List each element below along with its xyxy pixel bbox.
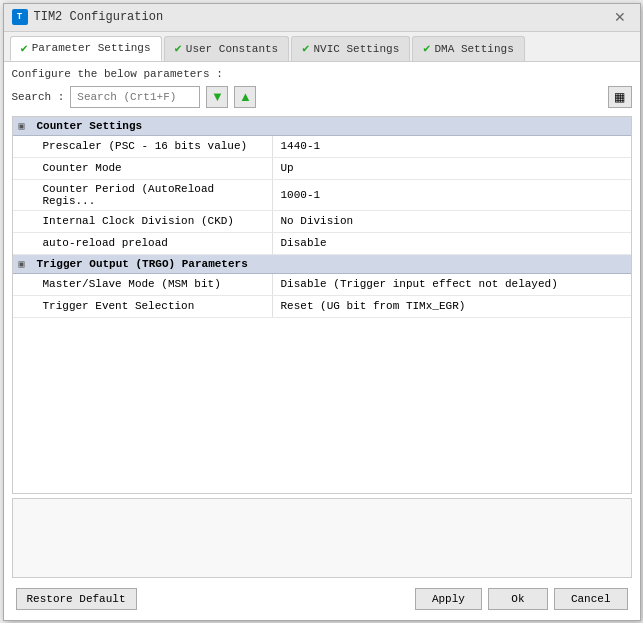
ok-button[interactable]: Ok: [488, 588, 548, 610]
tab-parameter-settings-label: Parameter Settings: [32, 42, 151, 54]
param-value[interactable]: Disable (Trigger input effect not delaye…: [273, 274, 631, 295]
tab-nvic-settings-label: NVIC Settings: [313, 43, 399, 55]
search-row: Search : ▼ ▲ ▦: [12, 86, 632, 108]
app-icon: T: [12, 9, 28, 25]
footer: Restore Default Apply Ok Cancel: [12, 584, 632, 614]
configure-label: Configure the below parameters :: [12, 68, 632, 80]
main-content: Configure the below parameters : Search …: [4, 62, 640, 620]
footer-right: Apply Ok Cancel: [415, 588, 628, 610]
trigger-output-label: Trigger Output (TRGO) Parameters: [37, 258, 248, 270]
tab-dma-settings[interactable]: ✔ DMA Settings: [412, 36, 524, 61]
param-value[interactable]: No Division: [273, 211, 631, 232]
tab-check-icon: ✔: [21, 41, 28, 56]
cancel-button[interactable]: Cancel: [554, 588, 628, 610]
tab-parameter-settings[interactable]: ✔ Parameter Settings: [10, 36, 162, 61]
tab-check-icon: ✔: [302, 41, 309, 56]
search-input[interactable]: [70, 86, 200, 108]
param-name: Trigger Event Selection: [13, 296, 273, 317]
param-name: Counter Mode: [13, 158, 273, 179]
tab-nvic-settings[interactable]: ✔ NVIC Settings: [291, 36, 410, 61]
tab-check-icon: ✔: [423, 41, 430, 56]
counter-settings-label: Counter Settings: [37, 120, 143, 132]
search-label: Search :: [12, 91, 65, 103]
title-bar: T TIM2 Configuration ✕: [4, 4, 640, 32]
search-up-button[interactable]: ▲: [234, 86, 256, 108]
tab-dma-settings-label: DMA Settings: [435, 43, 514, 55]
param-name: auto-reload preload: [13, 233, 273, 254]
table-row: Trigger Event Selection Reset (UG bit fr…: [13, 296, 631, 318]
param-value[interactable]: Disable: [273, 233, 631, 254]
tab-bar: ✔ Parameter Settings ✔ User Constants ✔ …: [4, 32, 640, 62]
param-name: Internal Clock Division (CKD): [13, 211, 273, 232]
search-down-button[interactable]: ▼: [206, 86, 228, 108]
counter-settings-toggle[interactable]: ▣: [19, 120, 33, 132]
param-value[interactable]: 1440-1: [273, 136, 631, 157]
param-name: Counter Period (AutoReload Regis...: [13, 180, 273, 210]
title-bar-left: T TIM2 Configuration: [12, 9, 164, 25]
param-value[interactable]: Up: [273, 158, 631, 179]
param-name: Master/Slave Mode (MSM bit): [13, 274, 273, 295]
main-window: T TIM2 Configuration ✕ ✔ Parameter Setti…: [3, 3, 641, 621]
table-row: Counter Mode Up: [13, 158, 631, 180]
apply-button[interactable]: Apply: [415, 588, 482, 610]
close-button[interactable]: ✕: [608, 8, 632, 26]
param-value[interactable]: 1000-1: [273, 180, 631, 210]
table-row: Prescaler (PSC - 16 bits value) 1440-1: [13, 136, 631, 158]
section-trigger-output[interactable]: ▣ Trigger Output (TRGO) Parameters: [13, 255, 631, 274]
tab-user-constants-label: User Constants: [186, 43, 278, 55]
trigger-output-toggle[interactable]: ▣: [19, 258, 33, 270]
tab-check-icon: ✔: [175, 41, 182, 56]
info-panel: [12, 498, 632, 578]
grid-view-button[interactable]: ▦: [608, 86, 632, 108]
window-title: TIM2 Configuration: [34, 10, 164, 24]
table-row: Internal Clock Division (CKD) No Divisio…: [13, 211, 631, 233]
section-counter-settings[interactable]: ▣ Counter Settings: [13, 117, 631, 136]
tab-user-constants[interactable]: ✔ User Constants: [164, 36, 290, 61]
table-row: Master/Slave Mode (MSM bit) Disable (Tri…: [13, 274, 631, 296]
param-value[interactable]: Reset (UG bit from TIMx_EGR): [273, 296, 631, 317]
param-name: Prescaler (PSC - 16 bits value): [13, 136, 273, 157]
table-row: Counter Period (AutoReload Regis... 1000…: [13, 180, 631, 211]
table-row: auto-reload preload Disable: [13, 233, 631, 255]
restore-default-button[interactable]: Restore Default: [16, 588, 137, 610]
parameters-table: ▣ Counter Settings Prescaler (PSC - 16 b…: [12, 116, 632, 494]
